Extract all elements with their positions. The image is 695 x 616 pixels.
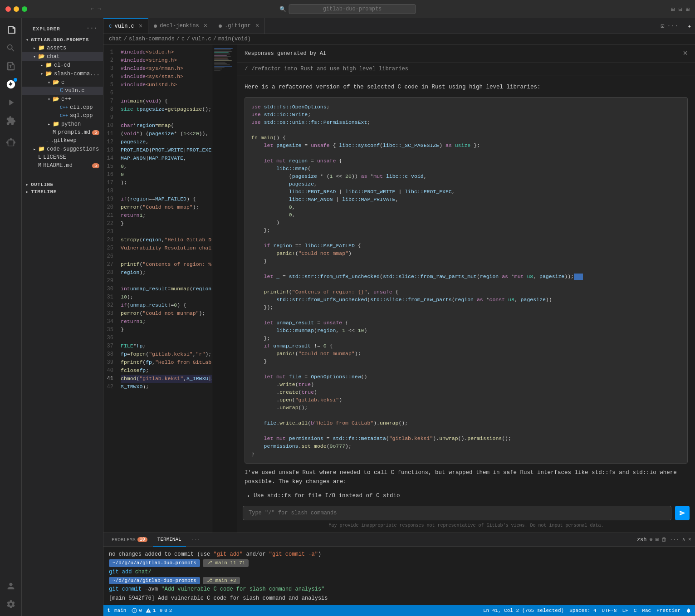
- layout-icon[interactable]: ⊞: [671, 5, 675, 13]
- duo-panel-icon[interactable]: ✦: [684, 22, 695, 30]
- maximize-button[interactable]: [22, 6, 27, 12]
- sidebar-item-gitkeep[interactable]: . .gitkeep: [22, 137, 103, 145]
- sidebar-item-c-folder[interactable]: ▾ 📂 c: [22, 78, 103, 87]
- sidebar-item-cpp-folder[interactable]: ▾ 📂 c++: [22, 95, 103, 103]
- sidebar-item-prompts-md[interactable]: M prompts.md 5: [22, 128, 103, 137]
- nav-back-icon[interactable]: ←: [91, 6, 94, 12]
- ai-command-input[interactable]: [243, 506, 671, 520]
- sidebar-item-clcd[interactable]: ▸ 📁 cl-cd: [22, 61, 103, 69]
- close-panel-icon[interactable]: ×: [688, 537, 691, 543]
- activity-explorer[interactable]: [3, 22, 19, 38]
- outline-section[interactable]: ▸ OUTLINE: [22, 181, 103, 188]
- search-input[interactable]: [289, 4, 416, 14]
- sidebar-item-license[interactable]: L LICENSE: [22, 153, 103, 161]
- more-terminal-icon[interactable]: ···: [670, 537, 680, 543]
- nav-forward-icon[interactable]: →: [98, 6, 101, 12]
- split-editor-icon[interactable]: ⊡: [661, 22, 664, 30]
- info-count-1: 9: [160, 608, 163, 613]
- activity-extensions[interactable]: [3, 112, 19, 129]
- code-line: .write(true): [251, 381, 681, 388]
- sidebar-item-sql-cpp[interactable]: C++ sql.cpp: [22, 112, 103, 120]
- sidebar-more-icon[interactable]: ···: [86, 24, 98, 32]
- activity-source-control[interactable]: [3, 58, 19, 74]
- activity-settings[interactable]: [3, 596, 19, 612]
- tab-vuln-c[interactable]: C vuln.c ×: [103, 18, 148, 34]
- tab-close-icon[interactable]: ×: [204, 22, 207, 29]
- tab-problems[interactable]: PROBLEMS 10: [107, 533, 152, 547]
- code-pane[interactable]: 12345 678910 1112131415 1617181920 21222…: [103, 44, 237, 533]
- status-branch[interactable]: main: [107, 608, 126, 613]
- tree-root[interactable]: ▾ GITLAB-DUO-PROMPTS: [22, 36, 103, 44]
- breadcrumb-c[interactable]: c: [181, 36, 185, 42]
- status-bell[interactable]: [686, 608, 691, 613]
- timeline-section[interactable]: ▸ TIMELINE: [22, 188, 103, 196]
- more-actions-icon[interactable]: ···: [667, 22, 678, 29]
- split-terminal-icon[interactable]: ⊞: [656, 536, 659, 543]
- activity-robot[interactable]: [3, 134, 19, 151]
- tab-more[interactable]: ···: [187, 533, 205, 547]
- minimize-button[interactable]: [14, 6, 19, 12]
- breadcrumb-main[interactable]: main(void): [218, 36, 251, 42]
- status-spaces[interactable]: Spaces: 4: [569, 608, 596, 613]
- minimap: [212, 44, 237, 533]
- breadcrumb-chat[interactable]: chat: [109, 36, 122, 42]
- bottom-tab-bar: PROBLEMS 10 TERMINAL ··· zsh ⊕ ⊞ 🗑 ··· ∧…: [103, 533, 695, 547]
- breadcrumb-vuln[interactable]: vuln.c: [191, 36, 211, 42]
- minimap-content: [212, 44, 237, 75]
- ai-intro: Here is a refactored version of the sele…: [245, 83, 688, 92]
- status-line-ending[interactable]: LF: [622, 608, 628, 613]
- titlebar-right-icons: ⊞ ⊟ ⊞: [671, 5, 690, 13]
- sidebar-item-cli-cpp[interactable]: C++ cli.cpp: [22, 103, 103, 112]
- activity-git[interactable]: [3, 76, 19, 93]
- code-line: panic!("Could not munmap");: [251, 350, 681, 357]
- sidebar-item-slash[interactable]: ▾ 📂 slash-comma...: [22, 69, 103, 78]
- tree-root-label: GITLAB-DUO-PROMPTS: [31, 37, 89, 43]
- status-prettier[interactable]: Prettier: [656, 608, 680, 613]
- sidebar-item-label: cli.cpp: [70, 104, 93, 111]
- ai-code-block[interactable]: use std::fs::OpenOptions; use std::io::W…: [245, 97, 688, 464]
- status-errors[interactable]: 0 1 9 0 2: [132, 608, 172, 613]
- trash-icon[interactable]: 🗑: [661, 536, 667, 543]
- sidebar-item-python[interactable]: ▸ 📁 python: [22, 120, 103, 128]
- code-line: [251, 411, 681, 419]
- activity-run[interactable]: [3, 94, 19, 111]
- file-tree: ▾ GITLAB-DUO-PROMPTS ▸ 📁 assets ▾ 📂 chat…: [22, 36, 103, 616]
- code-line: let mut permissions = std::fs::metadata(…: [251, 435, 681, 442]
- grid-icon[interactable]: ⊞: [686, 5, 690, 13]
- sidebar-item-assets[interactable]: ▸ 📁 assets: [22, 44, 103, 52]
- code-line: libc::MAP_ANON | libc::MAP_PRIVATE,: [251, 196, 681, 203]
- tab-gitignr[interactable]: .gitignr ×: [213, 18, 265, 34]
- sidebar-item-readme[interactable]: M README.md 5: [22, 161, 103, 170]
- status-os[interactable]: Mac: [642, 608, 651, 613]
- chevron-right-icon: ▸: [31, 147, 38, 152]
- svg-point-2: [134, 611, 135, 612]
- panel-icon[interactable]: ⊟: [678, 5, 682, 13]
- tab-close-icon[interactable]: ×: [139, 23, 142, 30]
- sidebar-item-vuln-c[interactable]: C vuln.c: [22, 87, 103, 95]
- tab-terminal[interactable]: TERMINAL: [153, 533, 186, 547]
- chevron-up-icon[interactable]: ∧: [682, 536, 685, 543]
- tab-close-icon[interactable]: ×: [255, 22, 259, 29]
- activity-account[interactable]: [3, 578, 19, 594]
- status-position[interactable]: Ln 41, Col 2 (765 selected): [483, 608, 564, 613]
- new-terminal-icon[interactable]: ⊕: [649, 536, 652, 543]
- ai-response-content: Here is a refactored version of the sele…: [237, 75, 695, 501]
- code-line: panic!("Could not mmap"): [251, 249, 681, 257]
- code-line: [251, 149, 681, 157]
- tab-decl-jenkins[interactable]: decl-jenkins ×: [148, 18, 213, 34]
- sidebar-item-chat[interactable]: ▾ 📂 chat: [22, 52, 103, 61]
- code-line: [251, 280, 681, 288]
- breadcrumb-slash[interactable]: slash-commands: [129, 36, 175, 42]
- close-button[interactable]: [5, 6, 11, 12]
- sidebar-item-code-suggestions[interactable]: ▸ 📁 code-suggestions: [22, 145, 103, 153]
- code-line: }: [251, 357, 681, 365]
- file-md-icon: M: [38, 162, 41, 169]
- terminal-branch: ⎇ main +2: [203, 577, 240, 585]
- ai-close-button[interactable]: ×: [683, 49, 688, 58]
- ai-panel-header: Responses generated by AI ×: [237, 44, 695, 63]
- ai-send-button[interactable]: [675, 506, 690, 520]
- activity-search[interactable]: [3, 40, 19, 56]
- status-language[interactable]: C: [634, 608, 637, 613]
- status-encoding[interactable]: UTF-8: [602, 608, 617, 613]
- code-line: let mut region = unsafe {: [251, 157, 681, 165]
